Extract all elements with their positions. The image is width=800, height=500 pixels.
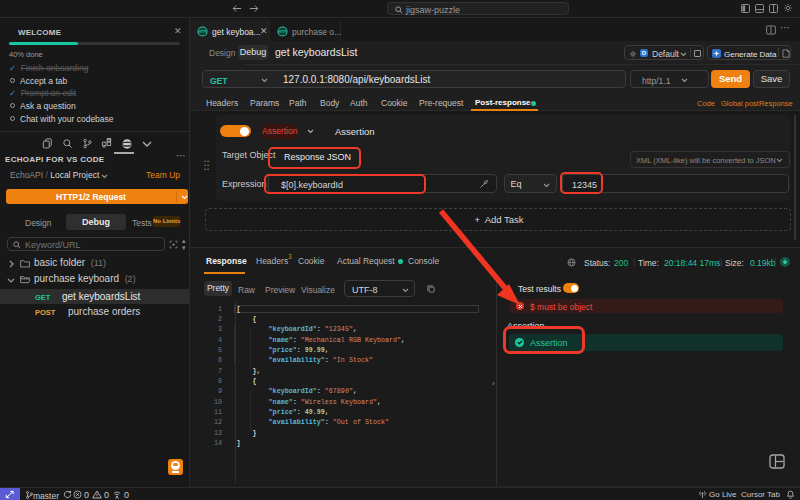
svg-text:HTTP: HTTP — [279, 30, 286, 34]
svg-text:HTTP: HTTP — [199, 30, 206, 34]
